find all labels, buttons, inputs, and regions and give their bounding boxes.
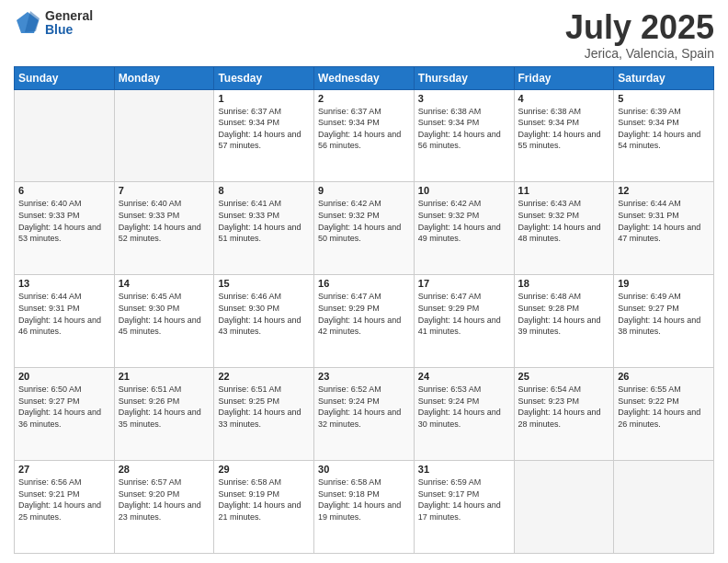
- calendar-cell: 8Sunrise: 6:41 AMSunset: 9:33 PMDaylight…: [214, 182, 314, 275]
- day-info: Sunrise: 6:42 AMSunset: 9:32 PMDaylight:…: [418, 198, 510, 244]
- logo: General Blue: [14, 9, 93, 38]
- calendar-cell: 1Sunrise: 6:37 AMSunset: 9:34 PMDaylight…: [214, 89, 314, 182]
- day-number: 31: [418, 464, 510, 475]
- logo-icon: [14, 9, 41, 37]
- day-number: 3: [418, 93, 510, 104]
- weekday-header: Monday: [114, 66, 214, 89]
- day-info: Sunrise: 6:55 AMSunset: 9:22 PMDaylight:…: [618, 384, 710, 430]
- calendar-cell: 14Sunrise: 6:45 AMSunset: 9:30 PMDayligh…: [114, 275, 214, 368]
- day-number: 8: [218, 185, 310, 196]
- day-info: Sunrise: 6:56 AMSunset: 9:21 PMDaylight:…: [18, 477, 110, 523]
- day-number: 7: [119, 185, 210, 196]
- day-number: 10: [418, 185, 510, 196]
- calendar-week-row: 13Sunrise: 6:44 AMSunset: 9:31 PMDayligh…: [15, 275, 714, 368]
- weekday-header: Friday: [514, 66, 614, 89]
- calendar-cell: 25Sunrise: 6:54 AMSunset: 9:23 PMDayligh…: [514, 368, 614, 461]
- day-number: 30: [318, 464, 410, 475]
- day-info: Sunrise: 6:42 AMSunset: 9:32 PMDaylight:…: [318, 198, 410, 244]
- calendar-cell: 9Sunrise: 6:42 AMSunset: 9:32 PMDaylight…: [314, 182, 415, 275]
- calendar-cell: [514, 461, 614, 554]
- calendar-cell: 10Sunrise: 6:42 AMSunset: 9:32 PMDayligh…: [414, 182, 514, 275]
- day-info: Sunrise: 6:47 AMSunset: 9:29 PMDaylight:…: [318, 291, 410, 337]
- day-info: Sunrise: 6:39 AMSunset: 9:34 PMDaylight:…: [618, 106, 710, 152]
- day-info: Sunrise: 6:49 AMSunset: 9:27 PMDaylight:…: [618, 291, 710, 337]
- header: General Blue July 2025 Jerica, Valencia,…: [14, 9, 714, 61]
- day-info: Sunrise: 6:43 AMSunset: 9:32 PMDaylight:…: [518, 198, 610, 244]
- calendar-cell: 30Sunrise: 6:58 AMSunset: 9:18 PMDayligh…: [314, 461, 415, 554]
- calendar-cell: [15, 89, 115, 182]
- day-number: 6: [18, 185, 110, 196]
- weekday-header: Wednesday: [314, 66, 415, 89]
- day-number: 12: [618, 185, 710, 196]
- day-info: Sunrise: 6:51 AMSunset: 9:26 PMDaylight:…: [119, 384, 210, 430]
- day-info: Sunrise: 6:37 AMSunset: 9:34 PMDaylight:…: [318, 106, 410, 152]
- calendar-cell: 28Sunrise: 6:57 AMSunset: 9:20 PMDayligh…: [114, 461, 214, 554]
- day-info: Sunrise: 6:48 AMSunset: 9:28 PMDaylight:…: [518, 291, 610, 337]
- calendar-week-row: 27Sunrise: 6:56 AMSunset: 9:21 PMDayligh…: [15, 461, 714, 554]
- calendar-cell: 16Sunrise: 6:47 AMSunset: 9:29 PMDayligh…: [314, 275, 415, 368]
- day-info: Sunrise: 6:52 AMSunset: 9:24 PMDaylight:…: [318, 384, 410, 430]
- day-info: Sunrise: 6:58 AMSunset: 9:19 PMDaylight:…: [218, 477, 310, 523]
- day-info: Sunrise: 6:57 AMSunset: 9:20 PMDaylight:…: [119, 477, 210, 523]
- day-info: Sunrise: 6:37 AMSunset: 9:34 PMDaylight:…: [218, 106, 310, 152]
- calendar-cell: 7Sunrise: 6:40 AMSunset: 9:33 PMDaylight…: [114, 182, 214, 275]
- title-block: July 2025 Jerica, Valencia, Spain: [565, 9, 714, 61]
- calendar-cell: 6Sunrise: 6:40 AMSunset: 9:33 PMDaylight…: [15, 182, 115, 275]
- weekday-header-row: SundayMondayTuesdayWednesdayThursdayFrid…: [15, 66, 714, 89]
- day-number: 27: [18, 464, 110, 475]
- day-number: 16: [318, 278, 410, 289]
- day-info: Sunrise: 6:58 AMSunset: 9:18 PMDaylight:…: [318, 477, 410, 523]
- calendar-cell: 19Sunrise: 6:49 AMSunset: 9:27 PMDayligh…: [614, 275, 714, 368]
- month-title: July 2025: [565, 9, 714, 46]
- calendar-week-row: 1Sunrise: 6:37 AMSunset: 9:34 PMDaylight…: [15, 89, 714, 182]
- day-info: Sunrise: 6:44 AMSunset: 9:31 PMDaylight:…: [18, 291, 110, 337]
- calendar-cell: 27Sunrise: 6:56 AMSunset: 9:21 PMDayligh…: [15, 461, 115, 554]
- day-number: 2: [318, 93, 410, 104]
- calendar-cell: [614, 461, 714, 554]
- day-info: Sunrise: 6:53 AMSunset: 9:24 PMDaylight:…: [418, 384, 510, 430]
- day-number: 4: [518, 93, 610, 104]
- calendar-week-row: 6Sunrise: 6:40 AMSunset: 9:33 PMDaylight…: [15, 182, 714, 275]
- calendar-cell: [114, 89, 214, 182]
- day-number: 9: [318, 185, 410, 196]
- calendar-cell: 18Sunrise: 6:48 AMSunset: 9:28 PMDayligh…: [514, 275, 614, 368]
- day-info: Sunrise: 6:59 AMSunset: 9:17 PMDaylight:…: [418, 477, 510, 523]
- calendar-cell: 5Sunrise: 6:39 AMSunset: 9:34 PMDaylight…: [614, 89, 714, 182]
- day-number: 14: [119, 278, 210, 289]
- day-number: 29: [218, 464, 310, 475]
- calendar-cell: 11Sunrise: 6:43 AMSunset: 9:32 PMDayligh…: [514, 182, 614, 275]
- calendar-cell: 15Sunrise: 6:46 AMSunset: 9:30 PMDayligh…: [214, 275, 314, 368]
- day-info: Sunrise: 6:38 AMSunset: 9:34 PMDaylight:…: [418, 106, 510, 152]
- day-number: 21: [119, 371, 210, 382]
- weekday-header: Sunday: [15, 66, 115, 89]
- day-number: 24: [418, 371, 510, 382]
- calendar-week-row: 20Sunrise: 6:50 AMSunset: 9:27 PMDayligh…: [15, 368, 714, 461]
- calendar-cell: 22Sunrise: 6:51 AMSunset: 9:25 PMDayligh…: [214, 368, 314, 461]
- day-number: 22: [218, 371, 310, 382]
- calendar-cell: 2Sunrise: 6:37 AMSunset: 9:34 PMDaylight…: [314, 89, 415, 182]
- day-number: 23: [318, 371, 410, 382]
- day-number: 28: [119, 464, 210, 475]
- page: General Blue July 2025 Jerica, Valencia,…: [0, 0, 728, 563]
- day-number: 11: [518, 185, 610, 196]
- calendar-cell: 13Sunrise: 6:44 AMSunset: 9:31 PMDayligh…: [15, 275, 115, 368]
- location: Jerica, Valencia, Spain: [565, 46, 714, 61]
- weekday-header: Saturday: [614, 66, 714, 89]
- day-info: Sunrise: 6:44 AMSunset: 9:31 PMDaylight:…: [618, 198, 710, 244]
- calendar-cell: 26Sunrise: 6:55 AMSunset: 9:22 PMDayligh…: [614, 368, 714, 461]
- day-info: Sunrise: 6:47 AMSunset: 9:29 PMDaylight:…: [418, 291, 510, 337]
- day-number: 13: [18, 278, 110, 289]
- calendar-cell: 3Sunrise: 6:38 AMSunset: 9:34 PMDaylight…: [414, 89, 514, 182]
- day-number: 1: [218, 93, 310, 104]
- calendar-cell: 29Sunrise: 6:58 AMSunset: 9:19 PMDayligh…: [214, 461, 314, 554]
- calendar-table: SundayMondayTuesdayWednesdayThursdayFrid…: [14, 66, 714, 554]
- weekday-header: Tuesday: [214, 66, 314, 89]
- day-number: 17: [418, 278, 510, 289]
- calendar-cell: 31Sunrise: 6:59 AMSunset: 9:17 PMDayligh…: [414, 461, 514, 554]
- day-info: Sunrise: 6:40 AMSunset: 9:33 PMDaylight:…: [18, 198, 110, 244]
- logo-general: General: [45, 9, 93, 23]
- day-number: 20: [18, 371, 110, 382]
- day-info: Sunrise: 6:40 AMSunset: 9:33 PMDaylight:…: [119, 198, 210, 244]
- day-info: Sunrise: 6:50 AMSunset: 9:27 PMDaylight:…: [18, 384, 110, 430]
- calendar-cell: 23Sunrise: 6:52 AMSunset: 9:24 PMDayligh…: [314, 368, 415, 461]
